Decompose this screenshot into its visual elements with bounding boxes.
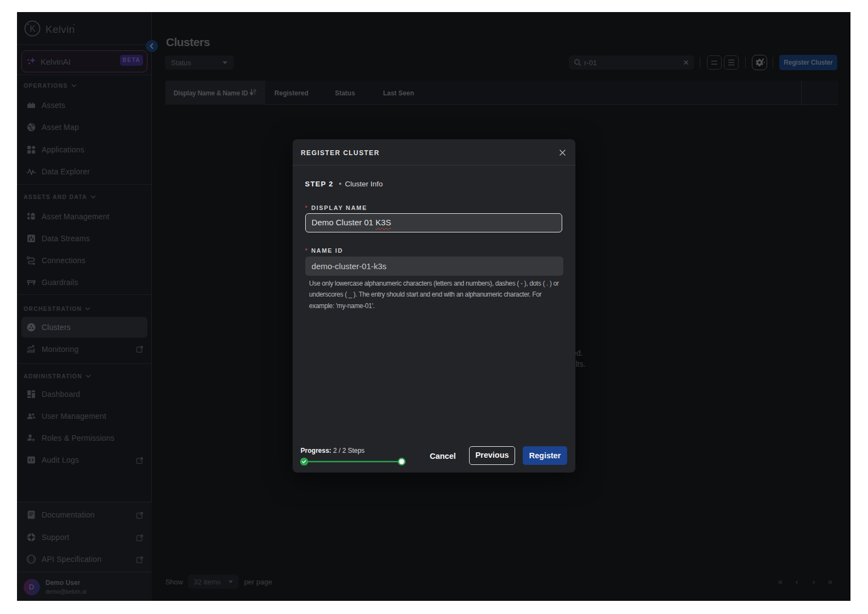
svg-text:{..}: {..} — [28, 556, 35, 562]
svg-text:K: K — [30, 24, 36, 33]
